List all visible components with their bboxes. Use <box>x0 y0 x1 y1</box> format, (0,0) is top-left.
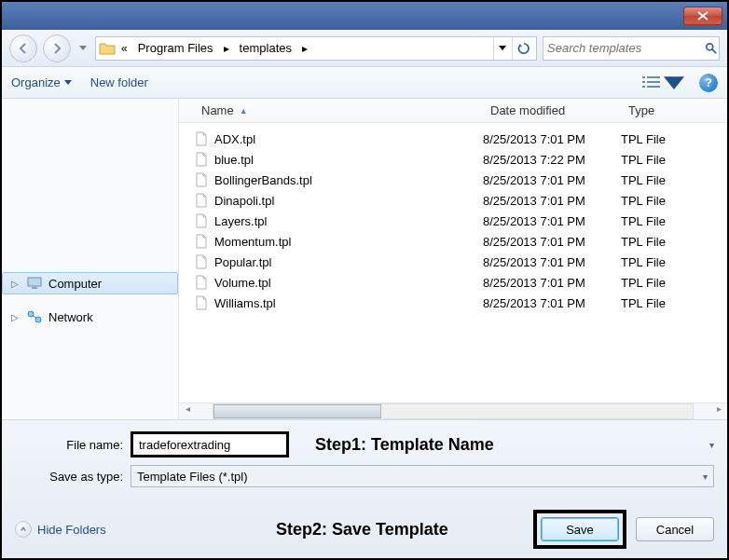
file-icon <box>194 254 209 269</box>
file-date: 8/25/2013 7:22 PM <box>483 153 621 167</box>
svg-rect-5 <box>642 86 645 88</box>
file-row[interactable]: ADX.tpl8/25/2013 7:01 PMTPL File <box>179 129 727 149</box>
breadcrumb-prefix-icon: « <box>118 42 131 55</box>
file-type: TPL File <box>621 276 727 290</box>
close-button[interactable] <box>683 7 722 25</box>
hide-folders-label: Hide Folders <box>37 523 106 537</box>
nav-history-dropdown[interactable] <box>76 34 89 62</box>
forward-button[interactable] <box>43 34 71 62</box>
file-name: Popular.tpl <box>214 255 271 269</box>
hide-folders-button[interactable]: Hide Folders <box>15 521 106 538</box>
file-date: 8/25/2013 7:01 PM <box>483 132 621 146</box>
address-dropdown[interactable] <box>493 37 510 60</box>
tree-item-computer[interactable]: ▷ Computer <box>2 272 178 294</box>
back-button[interactable] <box>9 34 37 62</box>
view-options-button[interactable] <box>638 73 688 93</box>
title-bar <box>2 2 727 30</box>
column-headers: Name ▲ Date modified Type <box>179 99 727 123</box>
file-type: TPL File <box>621 296 727 310</box>
tree-item-network[interactable]: ▷ Network <box>2 306 178 328</box>
save-button[interactable]: Save <box>541 517 619 541</box>
file-row[interactable]: blue.tpl8/25/2013 7:22 PMTPL File <box>179 149 727 170</box>
svg-rect-4 <box>647 81 660 83</box>
chevron-down-icon: ▾ <box>703 471 708 482</box>
address-bar[interactable]: « Program Files ▸ templates ▸ <box>95 36 537 61</box>
new-folder-button[interactable]: New folder <box>90 75 148 89</box>
file-type: TPL File <box>621 214 727 228</box>
file-name: ADX.tpl <box>214 132 255 146</box>
save-dialog: « Program Files ▸ templates ▸ Organize N… <box>2 2 727 558</box>
file-row[interactable]: Williams.tpl8/25/2013 7:01 PMTPL File <box>179 293 727 313</box>
svg-rect-6 <box>647 86 660 88</box>
file-icon <box>194 275 209 290</box>
column-name[interactable]: Name ▲ <box>194 99 483 122</box>
file-date: 8/25/2013 7:01 PM <box>483 194 621 208</box>
file-date: 8/25/2013 7:01 PM <box>483 296 621 310</box>
save-panel: File name: Step1: Template Name ▾ Save a… <box>2 419 727 558</box>
file-row[interactable]: BollingerBands.tpl8/25/2013 7:01 PMTPL F… <box>179 170 727 190</box>
file-icon <box>194 131 209 146</box>
toolbar: Organize New folder ? <box>2 67 727 99</box>
file-icon <box>194 213 209 228</box>
column-label: Name <box>201 103 234 117</box>
column-type[interactable]: Type <box>621 99 727 122</box>
file-list: Name ▲ Date modified Type ADX.tpl8/25/20… <box>179 99 727 419</box>
file-icon <box>194 295 209 310</box>
help-button[interactable]: ? <box>699 74 718 92</box>
file-icon <box>194 172 209 187</box>
collapse-icon <box>15 521 32 538</box>
chevron-right-icon: ▸ <box>221 42 232 55</box>
network-icon <box>26 309 43 324</box>
file-type: TPL File <box>621 173 727 187</box>
svg-rect-1 <box>642 76 645 78</box>
save-as-type-label: Save as type: <box>15 470 123 484</box>
file-date: 8/25/2013 7:01 PM <box>483 276 621 290</box>
organize-button[interactable]: Organize <box>11 75 72 89</box>
search-icon[interactable] <box>705 42 718 55</box>
file-name-label: File name: <box>15 438 123 452</box>
file-date: 8/25/2013 7:01 PM <box>483 173 621 187</box>
file-name: blue.tpl <box>214 153 254 167</box>
file-type: TPL File <box>621 255 727 269</box>
breadcrumb-templates[interactable]: templates <box>234 39 297 57</box>
svg-rect-3 <box>642 81 645 83</box>
navigation-bar: « Program Files ▸ templates ▸ <box>2 30 727 67</box>
file-row[interactable]: Volume.tpl8/25/2013 7:01 PMTPL File <box>179 272 727 293</box>
file-row[interactable]: Popular.tpl8/25/2013 7:01 PMTPL File <box>179 252 727 272</box>
tree-item-label: Computer <box>48 277 102 291</box>
annotation-step2: Step2: Save Template <box>276 520 448 540</box>
breadcrumb-program-files[interactable]: Program Files <box>132 39 219 57</box>
search-input[interactable] <box>547 41 705 55</box>
cancel-button[interactable]: Cancel <box>636 517 714 541</box>
horizontal-scrollbar[interactable]: ◂ ▸ <box>179 403 727 419</box>
save-highlight-box: Save <box>533 510 626 549</box>
file-type: TPL File <box>621 194 727 208</box>
save-as-type-dropdown[interactable]: Template Files (*.tpl) ▾ <box>131 465 714 487</box>
chevron-right-icon: ▸ <box>299 42 310 55</box>
file-row[interactable]: Layers.tpl8/25/2013 7:01 PMTPL File <box>179 211 727 231</box>
file-name: BollingerBands.tpl <box>214 173 312 187</box>
tree-item-label: Network <box>48 310 93 324</box>
file-name: Momentum.tpl <box>214 235 291 249</box>
svg-rect-7 <box>28 278 41 286</box>
file-name: Dinapoli.tpl <box>214 194 274 208</box>
file-icon <box>194 193 209 208</box>
file-row[interactable]: Dinapoli.tpl8/25/2013 7:01 PMTPL File <box>179 190 727 211</box>
chevron-down-icon[interactable]: ▾ <box>709 440 714 450</box>
refresh-button[interactable] <box>512 37 534 60</box>
file-name-input[interactable] <box>131 431 289 458</box>
file-type: TPL File <box>621 132 727 146</box>
navigation-tree[interactable]: ▷ Computer ▷ Network <box>2 99 179 419</box>
column-date[interactable]: Date modified <box>483 99 621 122</box>
file-date: 8/25/2013 7:01 PM <box>483 214 621 228</box>
file-row[interactable]: Momentum.tpl8/25/2013 7:01 PMTPL File <box>179 231 727 252</box>
organize-label: Organize <box>11 75 61 89</box>
search-box[interactable] <box>543 36 720 61</box>
folder-icon <box>98 40 117 57</box>
svg-point-0 <box>707 43 713 49</box>
svg-rect-8 <box>32 287 37 289</box>
file-name: Layers.tpl <box>214 214 267 228</box>
file-type: TPL File <box>621 153 727 167</box>
expand-icon[interactable]: ▷ <box>9 278 21 289</box>
expand-icon[interactable]: ▷ <box>9 311 21 322</box>
